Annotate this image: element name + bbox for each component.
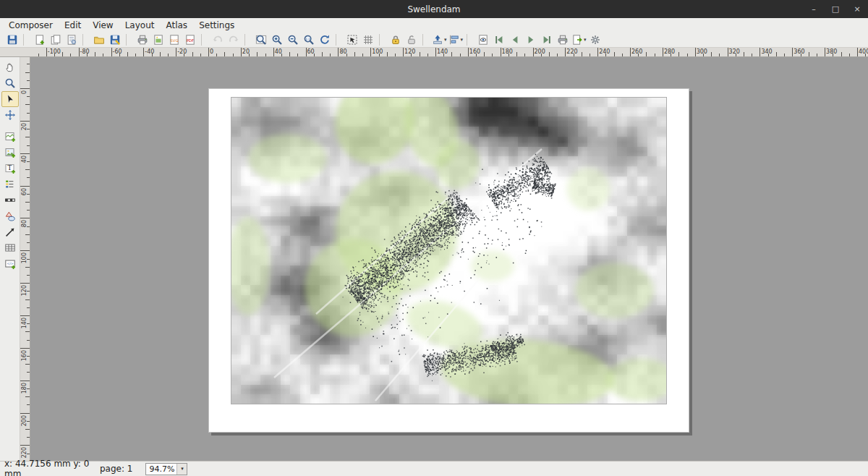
layout-canvas[interactable]	[30, 57, 868, 461]
map-item[interactable]	[231, 97, 667, 404]
ruler-tick	[435, 48, 436, 56]
ruler-tick	[314, 54, 315, 56]
add-scalebar-tool[interactable]	[1, 192, 19, 208]
ruler-tick	[801, 54, 801, 56]
ruler-tick	[330, 54, 331, 56]
add-arrow-tool[interactable]	[1, 224, 19, 240]
ruler-tick	[20, 413, 30, 414]
export-as-image-button[interactable]	[150, 33, 166, 47]
zoom-full-button[interactable]	[253, 33, 269, 47]
export-as-pdf-button[interactable]: PDF	[182, 33, 198, 47]
zoom-actual-button[interactable]: 1:1	[301, 33, 317, 47]
manager-icon	[66, 34, 77, 46]
menu-view[interactable]: View	[87, 19, 119, 32]
ruler-tick	[719, 54, 720, 56]
layout-manager-button[interactable]	[64, 33, 80, 47]
toolbar-separator	[201, 34, 207, 46]
load-from-template-button[interactable]	[91, 33, 107, 47]
menu-edit[interactable]: Edit	[59, 19, 87, 32]
add-arrow-icon	[4, 226, 16, 238]
zoom-layout-tool[interactable]	[1, 75, 19, 91]
ruler-tick	[25, 234, 30, 235]
align-selected-items-button[interactable]: ▾	[448, 33, 464, 47]
ruler-tick	[703, 54, 704, 56]
select-move-item-tool[interactable]	[1, 91, 19, 107]
atlas-settings-button[interactable]	[587, 33, 603, 47]
ruler-tick	[338, 48, 339, 56]
ruler-label: 240	[599, 48, 610, 55]
toolbar-separator	[336, 34, 341, 46]
menu-settings[interactable]: Settings	[193, 19, 240, 32]
add-image-tool[interactable]	[1, 145, 19, 161]
ruler-tick	[27, 437, 30, 438]
duplicate-layout-button[interactable]	[48, 33, 64, 47]
ruler-tick	[605, 54, 606, 56]
ruler-tick	[809, 52, 809, 56]
refresh-icon	[319, 34, 331, 46]
ruler-tick	[630, 48, 631, 56]
zoom-to-selection-button[interactable]	[344, 33, 360, 47]
move-content-icon	[4, 109, 16, 121]
ruler-tick	[865, 54, 866, 56]
unlock-all-items-button[interactable]	[404, 33, 420, 47]
add-label-tool[interactable]: T	[1, 161, 19, 177]
ruler-tick	[27, 454, 30, 454]
ruler-tick	[241, 48, 242, 56]
maximize-button[interactable]: □	[830, 4, 841, 14]
new-layout-button[interactable]	[32, 33, 48, 47]
menu-composer[interactable]: Composer	[3, 19, 59, 32]
ruler-tick	[119, 54, 120, 56]
menu-layout[interactable]: Layout	[119, 19, 161, 32]
layout-page[interactable]	[208, 88, 689, 433]
chevron-down-icon[interactable]: ▾	[176, 464, 187, 475]
add-legend-tool[interactable]	[1, 177, 19, 192]
undo-button[interactable]	[210, 33, 226, 47]
close-button[interactable]: ×	[852, 4, 862, 14]
ruler-label: 0	[210, 48, 213, 55]
ruler-tick	[557, 54, 558, 56]
print-button[interactable]	[135, 33, 150, 47]
save-project-button[interactable]	[4, 33, 20, 47]
add-attribute-table-tool[interactable]	[1, 240, 19, 256]
move-item-content-tool[interactable]	[1, 107, 19, 123]
raise-selected-items-button[interactable]: ▾	[431, 33, 448, 47]
ruler-label: 320	[729, 48, 740, 55]
statusbar: x: 44.7156 mm y: 0 mm page: 1 94.7% ▾	[0, 461, 868, 476]
save-as-template-button[interactable]	[107, 33, 123, 47]
export-atlas-icon	[571, 34, 583, 46]
ruler-tick	[257, 52, 258, 56]
add-shape-tool[interactable]	[1, 208, 19, 224]
ruler-tick	[168, 54, 169, 56]
zoom-out-button[interactable]	[285, 33, 301, 47]
zoom-in-button[interactable]	[269, 33, 285, 47]
minimize-button[interactable]: –	[809, 4, 819, 14]
ruler-tick	[427, 54, 428, 56]
export-as-svg-button[interactable]: SVG	[166, 33, 182, 47]
toggle-grid-button[interactable]	[360, 33, 376, 47]
zoom-level-select[interactable]: 94.7% ▾	[145, 463, 187, 475]
undo-icon	[212, 34, 224, 46]
ruler-tick	[273, 48, 274, 56]
ruler-tick	[54, 54, 55, 56]
atlas-next-feature-button[interactable]	[523, 33, 539, 47]
atlas-first-feature-button[interactable]	[491, 33, 507, 47]
menu-atlas[interactable]: Atlas	[160, 19, 193, 32]
ruler-tick	[20, 88, 30, 89]
add-new-map-tool[interactable]	[1, 129, 19, 145]
atlas-last-feature-button[interactable]	[539, 33, 555, 47]
lock-selected-items-button[interactable]	[388, 33, 404, 47]
redo-button[interactable]	[226, 33, 242, 47]
ruler-tick	[825, 48, 825, 56]
add-html-frame-tool[interactable]: </>	[1, 256, 19, 272]
refresh-view-button[interactable]	[317, 33, 333, 47]
export-atlas-button[interactable]: ▾	[571, 33, 587, 47]
atlas-previous-feature-button[interactable]	[507, 33, 523, 47]
ruler-tick	[27, 242, 30, 243]
add-image-icon	[4, 147, 16, 158]
print-atlas-button[interactable]	[555, 33, 571, 47]
preview-atlas-button[interactable]	[475, 33, 491, 47]
pan-layout-tool[interactable]	[1, 59, 19, 75]
ruler-label: 360	[793, 48, 804, 55]
ruler-tick	[27, 226, 30, 227]
ruler-tick	[27, 194, 30, 195]
